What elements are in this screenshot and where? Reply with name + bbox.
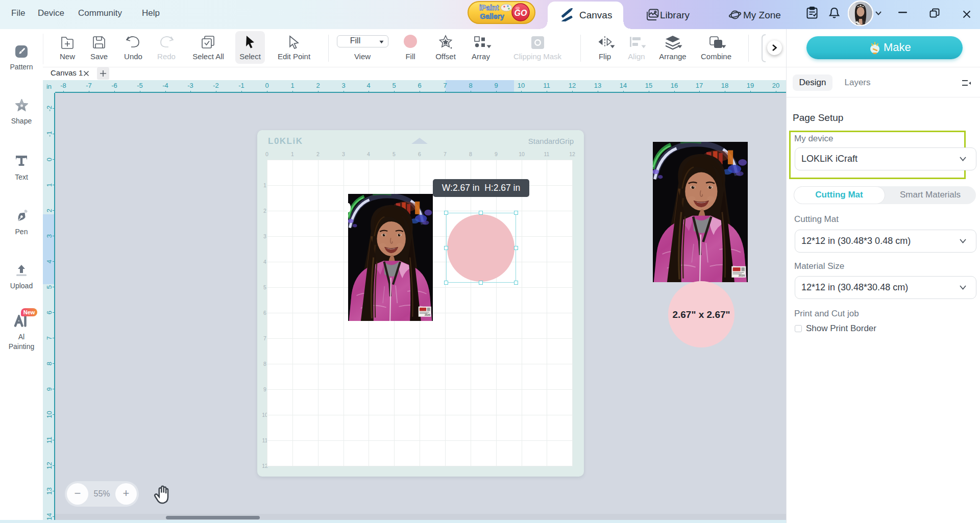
svg-text:GO: GO: [514, 9, 527, 17]
svg-text:Gallery: Gallery: [480, 12, 504, 20]
svg-text:iPaint: iPaint: [479, 4, 499, 12]
